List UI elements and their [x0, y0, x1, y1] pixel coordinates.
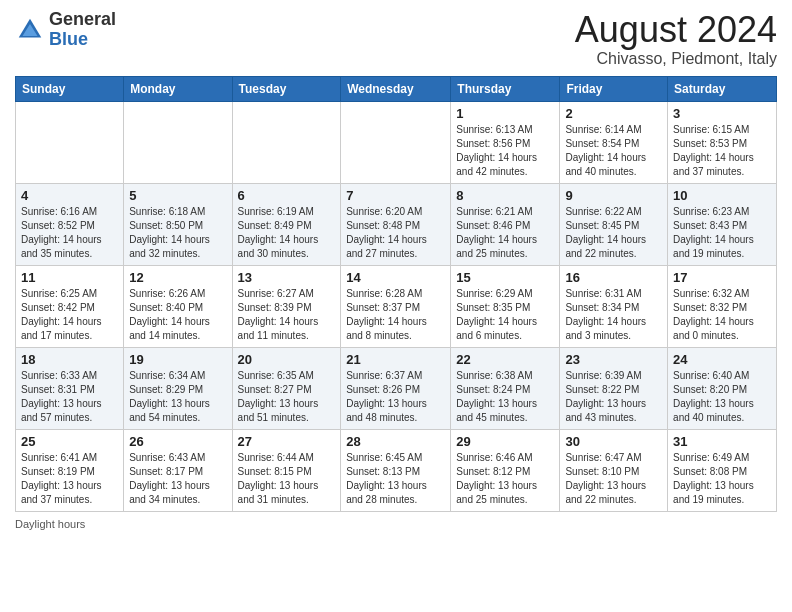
calendar-cell: 12Sunrise: 6:26 AM Sunset: 8:40 PM Dayli…	[124, 265, 232, 347]
calendar-cell	[16, 101, 124, 183]
calendar-cell: 2Sunrise: 6:14 AM Sunset: 8:54 PM Daylig…	[560, 101, 668, 183]
calendar-cell: 29Sunrise: 6:46 AM Sunset: 8:12 PM Dayli…	[451, 429, 560, 511]
logo-text: General Blue	[49, 10, 116, 50]
calendar-cell: 21Sunrise: 6:37 AM Sunset: 8:26 PM Dayli…	[341, 347, 451, 429]
weekday-header-tuesday: Tuesday	[232, 76, 341, 101]
calendar-cell: 27Sunrise: 6:44 AM Sunset: 8:15 PM Dayli…	[232, 429, 341, 511]
day-info: Sunrise: 6:13 AM Sunset: 8:56 PM Dayligh…	[456, 123, 554, 179]
day-info: Sunrise: 6:20 AM Sunset: 8:48 PM Dayligh…	[346, 205, 445, 261]
day-info: Sunrise: 6:23 AM Sunset: 8:43 PM Dayligh…	[673, 205, 771, 261]
calendar-cell: 17Sunrise: 6:32 AM Sunset: 8:32 PM Dayli…	[668, 265, 777, 347]
calendar-cell: 30Sunrise: 6:47 AM Sunset: 8:10 PM Dayli…	[560, 429, 668, 511]
day-info: Sunrise: 6:14 AM Sunset: 8:54 PM Dayligh…	[565, 123, 662, 179]
day-number: 6	[238, 188, 336, 203]
calendar-cell: 19Sunrise: 6:34 AM Sunset: 8:29 PM Dayli…	[124, 347, 232, 429]
day-number: 16	[565, 270, 662, 285]
weekday-header-wednesday: Wednesday	[341, 76, 451, 101]
location: Chivasso, Piedmont, Italy	[575, 50, 777, 68]
day-number: 2	[565, 106, 662, 121]
day-number: 20	[238, 352, 336, 367]
calendar-table: SundayMondayTuesdayWednesdayThursdayFrid…	[15, 76, 777, 512]
day-info: Sunrise: 6:39 AM Sunset: 8:22 PM Dayligh…	[565, 369, 662, 425]
day-number: 24	[673, 352, 771, 367]
footer: Daylight hours	[15, 518, 777, 530]
day-number: 4	[21, 188, 118, 203]
calendar-cell: 28Sunrise: 6:45 AM Sunset: 8:13 PM Dayli…	[341, 429, 451, 511]
day-info: Sunrise: 6:32 AM Sunset: 8:32 PM Dayligh…	[673, 287, 771, 343]
calendar-cell: 6Sunrise: 6:19 AM Sunset: 8:49 PM Daylig…	[232, 183, 341, 265]
day-number: 3	[673, 106, 771, 121]
day-number: 9	[565, 188, 662, 203]
day-info: Sunrise: 6:46 AM Sunset: 8:12 PM Dayligh…	[456, 451, 554, 507]
day-info: Sunrise: 6:45 AM Sunset: 8:13 PM Dayligh…	[346, 451, 445, 507]
calendar-cell: 31Sunrise: 6:49 AM Sunset: 8:08 PM Dayli…	[668, 429, 777, 511]
day-info: Sunrise: 6:22 AM Sunset: 8:45 PM Dayligh…	[565, 205, 662, 261]
logo-blue: Blue	[49, 29, 88, 49]
day-info: Sunrise: 6:15 AM Sunset: 8:53 PM Dayligh…	[673, 123, 771, 179]
day-number: 13	[238, 270, 336, 285]
calendar-week-row: 18Sunrise: 6:33 AM Sunset: 8:31 PM Dayli…	[16, 347, 777, 429]
calendar-cell: 10Sunrise: 6:23 AM Sunset: 8:43 PM Dayli…	[668, 183, 777, 265]
calendar-week-row: 1Sunrise: 6:13 AM Sunset: 8:56 PM Daylig…	[16, 101, 777, 183]
day-info: Sunrise: 6:31 AM Sunset: 8:34 PM Dayligh…	[565, 287, 662, 343]
calendar-cell: 3Sunrise: 6:15 AM Sunset: 8:53 PM Daylig…	[668, 101, 777, 183]
day-number: 8	[456, 188, 554, 203]
day-number: 12	[129, 270, 226, 285]
header: General Blue August 2024 Chivasso, Piedm…	[15, 10, 777, 68]
weekday-header-sunday: Sunday	[16, 76, 124, 101]
weekday-header-row: SundayMondayTuesdayWednesdayThursdayFrid…	[16, 76, 777, 101]
day-info: Sunrise: 6:26 AM Sunset: 8:40 PM Dayligh…	[129, 287, 226, 343]
calendar-cell: 8Sunrise: 6:21 AM Sunset: 8:46 PM Daylig…	[451, 183, 560, 265]
day-info: Sunrise: 6:43 AM Sunset: 8:17 PM Dayligh…	[129, 451, 226, 507]
day-info: Sunrise: 6:35 AM Sunset: 8:27 PM Dayligh…	[238, 369, 336, 425]
day-info: Sunrise: 6:38 AM Sunset: 8:24 PM Dayligh…	[456, 369, 554, 425]
title-block: August 2024 Chivasso, Piedmont, Italy	[575, 10, 777, 68]
weekday-header-saturday: Saturday	[668, 76, 777, 101]
day-number: 1	[456, 106, 554, 121]
calendar-week-row: 25Sunrise: 6:41 AM Sunset: 8:19 PM Dayli…	[16, 429, 777, 511]
calendar-cell	[124, 101, 232, 183]
day-info: Sunrise: 6:21 AM Sunset: 8:46 PM Dayligh…	[456, 205, 554, 261]
day-info: Sunrise: 6:28 AM Sunset: 8:37 PM Dayligh…	[346, 287, 445, 343]
day-number: 5	[129, 188, 226, 203]
weekday-header-monday: Monday	[124, 76, 232, 101]
calendar-cell	[232, 101, 341, 183]
day-info: Sunrise: 6:29 AM Sunset: 8:35 PM Dayligh…	[456, 287, 554, 343]
day-info: Sunrise: 6:34 AM Sunset: 8:29 PM Dayligh…	[129, 369, 226, 425]
calendar-cell: 16Sunrise: 6:31 AM Sunset: 8:34 PM Dayli…	[560, 265, 668, 347]
day-info: Sunrise: 6:18 AM Sunset: 8:50 PM Dayligh…	[129, 205, 226, 261]
day-number: 21	[346, 352, 445, 367]
day-info: Sunrise: 6:47 AM Sunset: 8:10 PM Dayligh…	[565, 451, 662, 507]
day-number: 18	[21, 352, 118, 367]
day-number: 25	[21, 434, 118, 449]
calendar-week-row: 4Sunrise: 6:16 AM Sunset: 8:52 PM Daylig…	[16, 183, 777, 265]
calendar-cell: 22Sunrise: 6:38 AM Sunset: 8:24 PM Dayli…	[451, 347, 560, 429]
day-info: Sunrise: 6:41 AM Sunset: 8:19 PM Dayligh…	[21, 451, 118, 507]
day-info: Sunrise: 6:44 AM Sunset: 8:15 PM Dayligh…	[238, 451, 336, 507]
day-info: Sunrise: 6:16 AM Sunset: 8:52 PM Dayligh…	[21, 205, 118, 261]
day-info: Sunrise: 6:37 AM Sunset: 8:26 PM Dayligh…	[346, 369, 445, 425]
day-info: Sunrise: 6:49 AM Sunset: 8:08 PM Dayligh…	[673, 451, 771, 507]
day-number: 7	[346, 188, 445, 203]
calendar-cell: 18Sunrise: 6:33 AM Sunset: 8:31 PM Dayli…	[16, 347, 124, 429]
day-info: Sunrise: 6:40 AM Sunset: 8:20 PM Dayligh…	[673, 369, 771, 425]
day-info: Sunrise: 6:19 AM Sunset: 8:49 PM Dayligh…	[238, 205, 336, 261]
page: General Blue August 2024 Chivasso, Piedm…	[0, 0, 792, 612]
calendar-week-row: 11Sunrise: 6:25 AM Sunset: 8:42 PM Dayli…	[16, 265, 777, 347]
day-number: 23	[565, 352, 662, 367]
calendar-cell: 4Sunrise: 6:16 AM Sunset: 8:52 PM Daylig…	[16, 183, 124, 265]
day-number: 15	[456, 270, 554, 285]
day-number: 29	[456, 434, 554, 449]
calendar-cell: 7Sunrise: 6:20 AM Sunset: 8:48 PM Daylig…	[341, 183, 451, 265]
day-number: 14	[346, 270, 445, 285]
day-number: 27	[238, 434, 336, 449]
calendar-cell: 26Sunrise: 6:43 AM Sunset: 8:17 PM Dayli…	[124, 429, 232, 511]
daylight-label: Daylight hours	[15, 518, 85, 530]
logo-general: General	[49, 9, 116, 29]
weekday-header-thursday: Thursday	[451, 76, 560, 101]
calendar-cell: 23Sunrise: 6:39 AM Sunset: 8:22 PM Dayli…	[560, 347, 668, 429]
calendar-cell: 24Sunrise: 6:40 AM Sunset: 8:20 PM Dayli…	[668, 347, 777, 429]
day-number: 26	[129, 434, 226, 449]
calendar-cell: 14Sunrise: 6:28 AM Sunset: 8:37 PM Dayli…	[341, 265, 451, 347]
calendar-cell: 11Sunrise: 6:25 AM Sunset: 8:42 PM Dayli…	[16, 265, 124, 347]
